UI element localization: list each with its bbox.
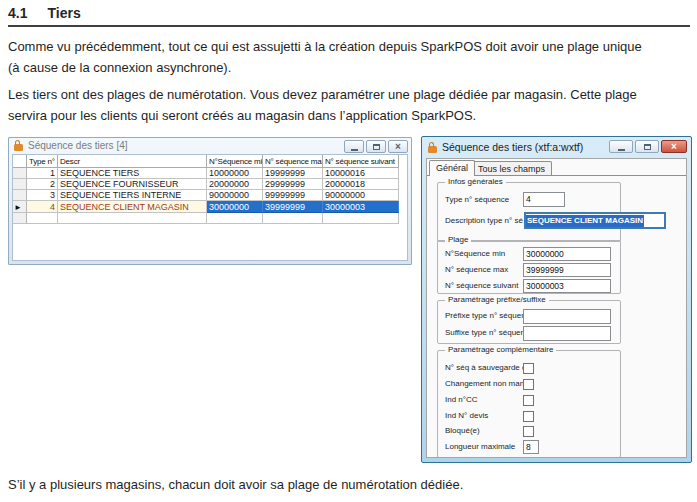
cell-min[interactable] [207, 213, 263, 224]
paragraph-line: servira pour les clients qui seront créé… [8, 105, 637, 126]
cell-min[interactable]: 20000000 [207, 179, 263, 190]
description-input[interactable]: SEQUENCE CLIENT MAGASIN [524, 212, 666, 229]
cell-type[interactable]: 1 [27, 168, 58, 179]
table-row[interactable]: 1 SEQUENCE TIERS 10000000 19999999 10000… [13, 168, 407, 179]
row-selector-cell[interactable] [13, 213, 27, 224]
section-heading: 4.1Tiers [8, 5, 81, 21]
column-header-max[interactable]: N° séquence max [263, 155, 323, 168]
checkbox-label: Ind n°CC [445, 395, 524, 404]
cell-type[interactable]: 4 [27, 201, 58, 213]
table-row[interactable]: 2 SEQUENCE FOURNISSEUR 20000000 29999999… [13, 179, 407, 190]
minimize-icon [618, 146, 625, 151]
column-header-min[interactable]: N°Séquence min [207, 155, 263, 168]
cell-descr[interactable]: SEQUENCE TIERS [58, 168, 207, 179]
close-button[interactable]: × [388, 140, 408, 153]
tab-tous-les-champs[interactable]: Tous les champs [471, 161, 552, 175]
row-selector-cell[interactable] [13, 190, 27, 201]
column-header-descr[interactable]: Descr [58, 155, 207, 168]
prefixe-label: Préfixe type n° séquence [445, 311, 523, 320]
close-icon: × [671, 142, 677, 152]
minimize-icon [351, 146, 358, 151]
cell-max[interactable]: 39999999 [263, 201, 323, 213]
cell-next[interactable]: 20000018 [323, 179, 399, 190]
ind-ncc-checkbox[interactable] [523, 395, 534, 406]
changement-checkbox[interactable] [523, 379, 534, 390]
group-legend: Paramétrage complémentaire [445, 345, 556, 354]
maximize-icon [373, 144, 380, 150]
group-legend: Infos générales [445, 177, 506, 186]
sequence-max-label: N° séquence max [445, 265, 521, 274]
cell-max[interactable] [263, 213, 323, 224]
sequence-grid-window: Séquence des tiers [4] × Type n° Descr N… [8, 137, 412, 265]
cell-next[interactable] [323, 213, 399, 224]
tab-general[interactable]: Général [429, 160, 475, 176]
longueur-label: Longueur maximale [445, 442, 524, 451]
suffixe-input[interactable] [523, 326, 611, 341]
minimize-button[interactable] [609, 140, 633, 153]
prefixe-input[interactable] [523, 309, 611, 324]
table-row[interactable]: 3 SEQUENCE TIERS INTERNE 90000000 999999… [13, 190, 407, 201]
cell-max[interactable]: 99999999 [263, 190, 323, 201]
row-selector-cell[interactable] [13, 179, 27, 190]
column-header-next[interactable]: N° séquence suivant [323, 155, 399, 168]
paragraph-2: Les tiers ont des plages de numérotation… [8, 84, 637, 126]
minimize-button[interactable] [344, 140, 364, 153]
cell-max[interactable]: 19999999 [263, 168, 323, 179]
paragraph-1: Comme vu précédemment, tout ce qui est a… [8, 36, 642, 78]
cell-descr[interactable]: SEQUENCE FOURNISSEUR [58, 179, 207, 190]
maximize-button[interactable] [366, 140, 386, 153]
maximize-icon [644, 144, 651, 150]
row-selector-arrow-icon: ► [14, 203, 22, 212]
cell-next[interactable]: 10000016 [323, 168, 399, 179]
sequence-max-input[interactable]: 39999999 [523, 263, 611, 277]
lock-icon [14, 144, 23, 151]
paragraph-line: S’il y a plusieurs magasins, chacun doit… [8, 474, 463, 495]
sequence-min-label: N°Séquence min [445, 249, 521, 258]
type-sequence-label: Type n° séquence [445, 195, 521, 204]
form-area: Infos générales Type n° séquence 4 Descr… [427, 176, 686, 457]
group-infos-generales: Infos générales Type n° séquence 4 Descr… [437, 182, 621, 242]
form-window-body: Général Tous les champs Infos générales … [426, 158, 687, 458]
cell-min[interactable]: 90000000 [207, 190, 263, 201]
cell-type[interactable]: 2 [27, 179, 58, 190]
paragraph-line: Comme vu précédemment, tout ce qui est a… [8, 36, 642, 57]
table-row-selected[interactable]: ► 4 SEQUENCE CLIENT MAGASIN 30000000 399… [13, 201, 407, 213]
table-row-empty[interactable] [13, 213, 407, 224]
group-legend: Paramétrage préfixe/suffixe [445, 295, 549, 304]
section-number: 4.1 [8, 5, 27, 21]
sauvegarde-checkbox[interactable] [523, 363, 534, 374]
description-label: Description type n° séqu [445, 216, 523, 225]
close-button[interactable]: × [661, 140, 687, 153]
checkbox-label: Bloqué(e) [445, 426, 524, 435]
maximize-button[interactable] [635, 140, 659, 153]
grid-window-title: Séquence des tiers [4] [28, 140, 128, 151]
sequence-next-label: N° séquence suivant [445, 281, 521, 290]
cell-min[interactable]: 10000000 [207, 168, 263, 179]
lock-icon [428, 146, 437, 153]
sequence-next-input[interactable]: 30000003 [523, 279, 611, 293]
suffixe-label: Suffixe type n° séquence [445, 328, 523, 337]
grid-area: Type n° Descr N°Séquence min N° séquence… [12, 154, 408, 261]
cell-next[interactable]: 30000003 [323, 201, 399, 213]
cell-min[interactable]: 30000000 [207, 201, 263, 213]
selected-text: SEQUENCE CLIENT MAGASIN [526, 215, 644, 227]
row-selector-cell[interactable]: ► [13, 201, 27, 213]
group-prefixe-suffixe: Paramétrage préfixe/suffixe Préfixe type… [437, 300, 621, 344]
type-sequence-input[interactable]: 4 [523, 192, 565, 207]
bloque-checkbox[interactable] [523, 426, 534, 437]
cell-type[interactable]: 3 [27, 190, 58, 201]
longueur-input[interactable]: 8 [523, 440, 539, 454]
sequence-min-input[interactable]: 30000000 [523, 247, 611, 261]
tab-strip: Général Tous les champs [427, 159, 686, 176]
paragraph-line: (à cause de la connexion asynchrone). [8, 57, 642, 78]
column-header-type[interactable]: Type n° [27, 155, 58, 168]
cell-descr[interactable]: SEQUENCE TIERS INTERNE [58, 190, 207, 201]
cell-descr[interactable]: SEQUENCE CLIENT MAGASIN [58, 201, 207, 213]
cell-max[interactable]: 29999999 [263, 179, 323, 190]
cell-type[interactable] [27, 213, 58, 224]
ind-devis-checkbox[interactable] [523, 411, 534, 422]
checkbox-label: Changement non man [445, 379, 524, 388]
row-selector-cell[interactable] [13, 168, 27, 179]
cell-descr[interactable] [58, 213, 207, 224]
cell-next[interactable]: 90000000 [323, 190, 399, 201]
